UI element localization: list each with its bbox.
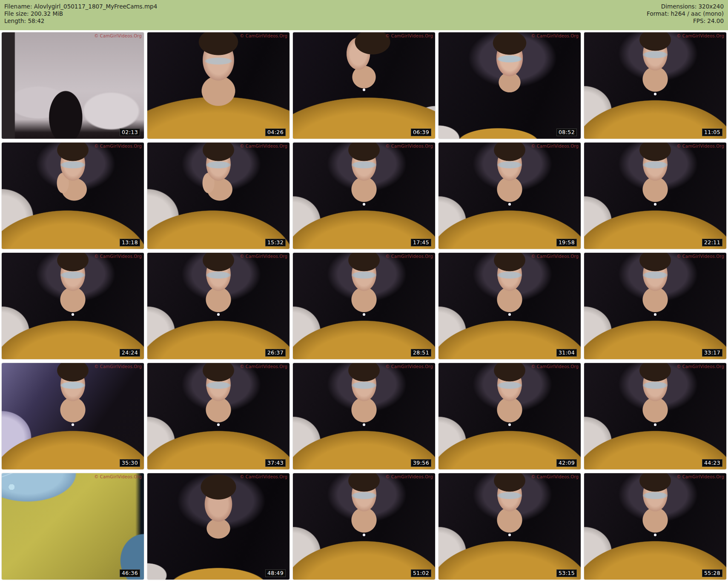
fps-line: FPS: 24.00	[647, 17, 724, 25]
watermark-text: © CamGirlVideos.Org	[531, 474, 579, 479]
filesize-line: File size: 200.32 MiB	[4, 10, 157, 17]
watermark-text: © CamGirlVideos.Org	[240, 364, 287, 369]
watermark-text: © CamGirlVideos.Org	[676, 144, 724, 149]
timestamp-badge: 02:13	[120, 129, 140, 136]
timestamp-badge: 17:45	[411, 239, 431, 246]
video-thumbnail[interactable]: © CamGirlVideos.Org02:13	[2, 32, 144, 139]
timestamp-badge: 08:52	[556, 129, 577, 136]
video-thumbnail[interactable]: © CamGirlVideos.Org22:11	[584, 143, 726, 249]
watermark-text: © CamGirlVideos.Org	[94, 364, 142, 369]
timestamp-badge: 53:15	[556, 569, 577, 577]
file-info-right: Dimensions: 320x240 Format: h264 / aac (…	[647, 3, 724, 30]
video-thumbnail[interactable]: © CamGirlVideos.Org04:26	[147, 32, 289, 139]
watermark-text: © CamGirlVideos.Org	[531, 254, 579, 259]
watermark-text: © CamGirlVideos.Org	[385, 254, 433, 259]
timestamp-badge: 04:26	[265, 129, 286, 136]
watermark-text: © CamGirlVideos.Org	[531, 364, 579, 369]
timestamp-badge: 22:11	[702, 239, 722, 246]
watermark-text: © CamGirlVideos.Org	[676, 474, 724, 479]
timestamp-badge: 33:17	[702, 349, 722, 357]
video-thumbnail[interactable]: © CamGirlVideos.Org42:09	[439, 363, 581, 469]
watermark-text: © CamGirlVideos.Org	[94, 474, 142, 479]
timestamp-badge: 48:49	[265, 569, 286, 577]
file-info-header: Filename: Alovlygirl_050117_1807_MyFreeC…	[0, 0, 728, 30]
timestamp-badge: 39:56	[411, 459, 431, 467]
video-thumbnail[interactable]: © CamGirlVideos.Org08:52	[439, 32, 581, 139]
video-thumbnail[interactable]: © CamGirlVideos.Org35:30	[2, 363, 144, 469]
video-thumbnail[interactable]: © CamGirlVideos.Org55:28	[584, 473, 726, 580]
contact-sheet-page: Filename: Alovlygirl_050117_1807_MyFreeC…	[0, 0, 728, 583]
video-thumbnail[interactable]: © CamGirlVideos.Org33:17	[584, 253, 726, 359]
video-thumbnail[interactable]: © CamGirlVideos.Org37:43	[147, 363, 289, 469]
timestamp-badge: 11:05	[702, 129, 722, 136]
dimensions-line: Dimensions: 320x240	[647, 3, 724, 10]
watermark-text: © CamGirlVideos.Org	[676, 364, 724, 369]
video-thumbnail[interactable]: © CamGirlVideos.Org06:39	[293, 32, 435, 139]
watermark-text: © CamGirlVideos.Org	[385, 474, 433, 479]
watermark-text: © CamGirlVideos.Org	[676, 254, 724, 259]
timestamp-badge: 46:36	[120, 569, 140, 577]
watermark-text: © CamGirlVideos.Org	[531, 144, 579, 149]
format-line: Format: h264 / aac (mono)	[647, 10, 724, 17]
video-thumbnail[interactable]: © CamGirlVideos.Org48:49	[147, 473, 289, 580]
video-thumbnail[interactable]: © CamGirlVideos.Org44:23	[584, 363, 726, 469]
watermark-text: © CamGirlVideos.Org	[94, 254, 142, 259]
watermark-text: © CamGirlVideos.Org	[94, 144, 142, 149]
watermark-text: © CamGirlVideos.Org	[240, 144, 287, 149]
timestamp-badge: 44:23	[702, 459, 722, 467]
watermark-text: © CamGirlVideos.Org	[385, 144, 433, 149]
video-thumbnail[interactable]: © CamGirlVideos.Org24:24	[2, 253, 144, 359]
watermark-text: © CamGirlVideos.Org	[676, 34, 724, 38]
video-thumbnail[interactable]: © CamGirlVideos.Org19:58	[439, 143, 581, 249]
timestamp-badge: 26:37	[265, 349, 286, 357]
timestamp-badge: 42:09	[556, 459, 577, 467]
timestamp-badge: 51:02	[411, 569, 431, 577]
timestamp-badge: 35:30	[120, 459, 140, 467]
thumbnail-grid: © CamGirlVideos.Org02:13© CamGirlVideos.…	[0, 30, 728, 583]
watermark-text: © CamGirlVideos.Org	[531, 34, 579, 38]
timestamp-badge: 19:58	[556, 239, 577, 246]
video-thumbnail[interactable]: © CamGirlVideos.Org53:15	[439, 473, 581, 580]
filename-line: Filename: Alovlygirl_050117_1807_MyFreeC…	[4, 3, 157, 10]
watermark-text: © CamGirlVideos.Org	[385, 34, 433, 38]
file-info-left: Filename: Alovlygirl_050117_1807_MyFreeC…	[4, 3, 157, 30]
watermark-text: © CamGirlVideos.Org	[240, 34, 287, 38]
watermark-text: © CamGirlVideos.Org	[385, 364, 433, 369]
timestamp-badge: 24:24	[120, 349, 140, 357]
watermark-text: © CamGirlVideos.Org	[240, 474, 287, 479]
video-thumbnail[interactable]: © CamGirlVideos.Org11:05	[584, 32, 726, 139]
watermark-text: © CamGirlVideos.Org	[240, 254, 287, 259]
video-thumbnail[interactable]: © CamGirlVideos.Org13:18	[2, 143, 144, 249]
length-line: Length: 58:42	[4, 17, 157, 25]
video-thumbnail[interactable]: © CamGirlVideos.Org26:37	[147, 253, 289, 359]
timestamp-badge: 13:18	[120, 239, 140, 246]
watermark-text: © CamGirlVideos.Org	[94, 34, 142, 38]
video-thumbnail[interactable]: © CamGirlVideos.Org17:45	[293, 143, 435, 249]
timestamp-badge: 37:43	[265, 459, 286, 467]
timestamp-badge: 06:39	[411, 129, 431, 136]
video-thumbnail[interactable]: © CamGirlVideos.Org46:36	[2, 473, 144, 580]
video-thumbnail[interactable]: © CamGirlVideos.Org51:02	[293, 473, 435, 580]
timestamp-badge: 55:28	[702, 569, 722, 577]
video-thumbnail[interactable]: © CamGirlVideos.Org28:51	[293, 253, 435, 359]
video-thumbnail[interactable]: © CamGirlVideos.Org31:04	[439, 253, 581, 359]
video-thumbnail[interactable]: © CamGirlVideos.Org15:32	[147, 143, 289, 249]
timestamp-badge: 28:51	[411, 349, 431, 357]
timestamp-badge: 31:04	[556, 349, 577, 357]
video-thumbnail[interactable]: © CamGirlVideos.Org39:56	[293, 363, 435, 469]
timestamp-badge: 15:32	[265, 239, 286, 246]
